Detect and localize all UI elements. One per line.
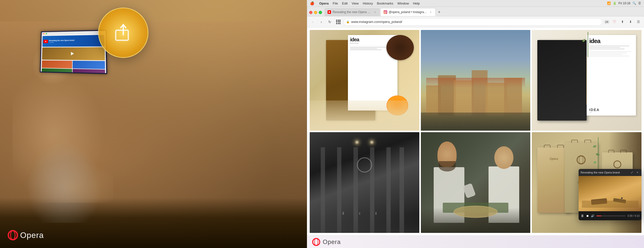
opera-text-left: Opera (20, 231, 44, 240)
video-pip: Revealing the new Opera brand ⤢ × (579, 169, 641, 220)
nav-bar: ‹ › ↻ 🔒 www.instagram.com/opera_poland/ … (307, 16, 644, 27)
url-text: www.instagram.com/opera_poland/ (351, 20, 599, 24)
svg-point-9 (386, 11, 386, 12)
menu-file[interactable]: File (333, 2, 338, 5)
instagram-photo-1[interactable]: idea magazine (310, 30, 419, 131)
opera-logo-icon (312, 238, 320, 246)
speed-dial-button[interactable] (335, 18, 342, 25)
instagram-photo-2[interactable] (421, 30, 531, 131)
tab-youtube-title: Revealing the new Opera br... (333, 10, 372, 14)
back-button[interactable]: ‹ (309, 18, 316, 25)
pip-expand-button[interactable]: ⤢ (630, 170, 634, 174)
heart-button[interactable]: ♡ (611, 18, 618, 25)
content-area: idea magazine (307, 27, 644, 235)
tab-add-button[interactable]: + (436, 9, 442, 15)
svg-point-12 (614, 161, 621, 168)
wifi-icon: 📶 (607, 2, 611, 5)
search-menubar-icon[interactable]: 🔍 (632, 2, 636, 5)
minimize-window-button[interactable] (314, 11, 317, 14)
window-controls (309, 11, 322, 16)
forward-button[interactable]: › (318, 18, 325, 25)
instagram-photo-3[interactable]: idea IDEA jak? (532, 30, 641, 131)
svg-point-13 (313, 238, 320, 245)
menu-clock: Fri 10:16 (619, 2, 630, 5)
apple-logo-icon: 🍎 (310, 1, 314, 5)
opera-logo-left: Opera (8, 230, 44, 240)
share-button[interactable]: ⬆ (619, 18, 626, 25)
laptop-screen: Revealing the new Opera brand YouTube (40, 30, 107, 74)
pip-progress-bar[interactable] (596, 216, 626, 216)
share-icon (112, 21, 135, 44)
browser-window: Revealing the new Opera br... × (307, 7, 644, 248)
download-button[interactable]: ⬇ (627, 18, 634, 25)
opera-o-icon (8, 230, 18, 240)
pip-title: Revealing the new Opera brand (581, 171, 628, 174)
tab-instagram[interactable]: @opera_poland • Instagram ... × (380, 8, 436, 16)
opera-logo-bottom: Opera (312, 238, 341, 246)
left-panel: Revealing the new Opera brand YouTube (0, 0, 307, 248)
notification-badge: 24 (604, 20, 610, 24)
pip-close-button[interactable]: × (635, 170, 639, 174)
menu-bookmarks[interactable]: Bookmarks (377, 2, 393, 5)
svg-point-10 (577, 156, 585, 164)
battery-icon: 🔋 (613, 2, 617, 5)
menu-history[interactable]: History (363, 2, 373, 5)
pip-time-display: 0:39 / 4:10 (628, 215, 639, 217)
svg-point-14 (314, 238, 318, 245)
menubar-right: 📶 🔋 Fri 10:16 🔍 ☰ (607, 2, 641, 5)
svg-rect-6 (384, 10, 387, 14)
instagram-photo-4[interactable] (310, 132, 419, 233)
tab-youtube-close[interactable]: × (373, 10, 377, 14)
pip-pause-button[interactable]: ⏸ (581, 214, 584, 218)
opera-badge (98, 8, 148, 58)
tab-instagram-title: @opera_poland • Instagram ... (389, 10, 427, 14)
tab-youtube[interactable]: Revealing the new Opera br... × (325, 8, 380, 16)
pip-progress-fill (596, 216, 601, 216)
pip-volume-button[interactable]: 🔊 (591, 214, 594, 218)
menu-view[interactable]: View (352, 2, 359, 5)
pip-header: Revealing the new Opera brand ⤢ × (579, 169, 641, 176)
ssl-lock-icon: 🔒 (346, 20, 350, 23)
pip-stop-button[interactable]: ⏹ (586, 214, 589, 217)
sidebar-toggle-button[interactable]: ☰ (635, 18, 642, 25)
svg-point-2 (8, 231, 17, 240)
instagram-favicon (384, 10, 387, 14)
bottom-bar: Opera (307, 235, 644, 248)
svg-rect-0 (116, 30, 128, 40)
svg-point-3 (11, 231, 15, 240)
macos-menubar: 🍎 Opera File Edit View History Bookmarks… (307, 0, 644, 7)
address-bar[interactable]: 🔒 www.instagram.com/opera_poland/ (343, 18, 602, 26)
nav-right-icons: 24 ♡ ⬆ ⬇ ☰ (604, 18, 642, 25)
control-center-icon[interactable]: ☰ (638, 2, 641, 5)
menu-edit[interactable]: Edit (342, 2, 348, 5)
menu-window[interactable]: Window (397, 2, 409, 5)
pip-video-area[interactable] (579, 176, 641, 211)
menu-opera[interactable]: Opera (319, 2, 329, 5)
tab-instagram-close[interactable]: × (429, 10, 432, 14)
close-window-button[interactable] (309, 11, 312, 14)
svg-point-11 (579, 156, 583, 164)
pip-controls: ⏸ ⏹ 🔊 0:39 / 4:10 (579, 211, 641, 220)
fullscreen-window-button[interactable] (319, 11, 322, 14)
tab-bar: Revealing the new Opera br... × (307, 7, 644, 16)
instagram-photo-5[interactable] (421, 132, 531, 233)
right-panel: 🍎 Opera File Edit View History Bookmarks… (307, 0, 644, 248)
youtube-favicon (328, 10, 331, 14)
menu-help[interactable]: Help (413, 2, 420, 5)
opera-bottom-text: Opera (323, 238, 341, 245)
reload-button[interactable]: ↻ (326, 18, 333, 25)
